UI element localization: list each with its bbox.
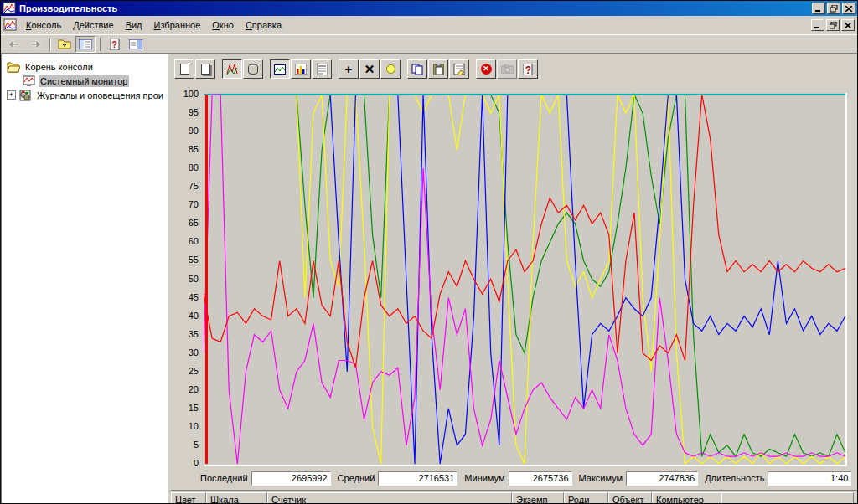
y-tick-label: 70: [173, 199, 199, 209]
graph-icon: [274, 64, 286, 75]
add-counter-button[interactable]: +: [339, 59, 359, 79]
y-tick-label: 50: [173, 274, 199, 284]
maximum-value: 2747836: [626, 471, 698, 486]
tree-item-logs-alerts[interactable]: + Журналы и оповещения прои: [2, 88, 168, 102]
tree-item-console-root[interactable]: Корень консоли: [2, 59, 168, 74]
view-current-activity-button[interactable]: [222, 59, 242, 79]
menu-console[interactable]: Консоль: [20, 18, 67, 33]
back-arrow-icon: [8, 40, 20, 49]
view-report-button[interactable]: [312, 59, 332, 79]
help-button[interactable]: ?: [518, 59, 538, 79]
clipboard-icon: [433, 64, 444, 75]
y-tick-label: 25: [173, 366, 199, 376]
maximum-label: Максимум: [579, 473, 623, 483]
clear-display-button[interactable]: [195, 59, 215, 79]
y-tick-label: 95: [173, 107, 199, 117]
y-tick-label: 60: [173, 236, 199, 246]
y-tick-label: 15: [173, 403, 199, 413]
y-tick-label: 45: [173, 292, 199, 302]
view-histogram-button[interactable]: [291, 59, 311, 79]
new-page-icon: [180, 64, 189, 75]
up-one-level-button[interactable]: [54, 36, 75, 53]
menu-view[interactable]: Вид: [120, 18, 148, 33]
svg-text:?: ?: [525, 64, 530, 75]
close-button[interactable]: [842, 3, 855, 14]
update-data-button[interactable]: [497, 59, 517, 79]
last-label: Последний: [200, 473, 248, 483]
child-close-button[interactable]: [841, 19, 855, 31]
title-bar[interactable]: Производительность: [1, 1, 857, 16]
show-action-pane-button[interactable]: [126, 36, 146, 53]
lightbulb-icon: [386, 64, 395, 74]
console-tree: Корень консоли Системный монитор + Журна…: [1, 54, 168, 504]
properties-icon: [453, 64, 465, 75]
main-area: Корень консоли Системный монитор + Журна…: [1, 54, 857, 504]
column-scale[interactable]: Шкала: [206, 492, 267, 504]
column-parent[interactable]: Роди: [564, 492, 608, 504]
column-counter[interactable]: Счетчик: [267, 492, 512, 504]
column-instance[interactable]: Экземп: [512, 492, 564, 504]
menu-help[interactable]: Справка: [240, 18, 287, 33]
console-window-icon[interactable]: [3, 18, 17, 32]
y-tick-label: 90: [173, 126, 199, 136]
minimize-button[interactable]: [812, 3, 825, 14]
restore-button[interactable]: [827, 3, 840, 14]
delete-counter-button[interactable]: ✕: [359, 59, 380, 79]
column-color[interactable]: Цвет: [171, 492, 206, 504]
show-console-tree-button[interactable]: [75, 36, 96, 53]
current-activity-icon: [226, 64, 239, 75]
expand-plus-icon[interactable]: +: [7, 90, 16, 100]
clear-page-icon: [201, 64, 210, 75]
tree-item-system-monitor[interactable]: Системный монитор: [2, 74, 168, 88]
properties-button[interactable]: [449, 59, 469, 79]
histogram-icon: [295, 64, 307, 75]
action-pane-icon: [129, 39, 142, 49]
line-chart: [204, 93, 845, 465]
sysmon-toolbar: + ✕ ✕ ?: [171, 54, 857, 85]
forward-arrow-icon: [29, 40, 41, 49]
freeze-icon: ✕: [481, 64, 492, 75]
camera-icon: [501, 64, 514, 74]
menu-favorites[interactable]: Избранное: [148, 18, 207, 33]
copy-properties-button[interactable]: [407, 59, 427, 79]
minimum-value: 2675736: [509, 471, 572, 486]
value-bar: Последний 2695992 Средний 2716531 Миниму…: [171, 468, 857, 488]
tree-item-label: Корень консоли: [23, 61, 95, 73]
y-tick-label: 55: [173, 255, 199, 265]
menu-action[interactable]: Действие: [67, 18, 119, 33]
y-tick-label: 100: [173, 89, 199, 99]
open-folder-icon: [7, 61, 20, 73]
y-tick-label: 20: [173, 384, 199, 394]
back-button[interactable]: [4, 36, 24, 53]
child-restore-button[interactable]: [826, 19, 840, 31]
y-tick-label: 30: [173, 347, 199, 357]
new-counter-set-button[interactable]: [174, 59, 194, 79]
column-computer[interactable]: Компьютер: [652, 492, 721, 504]
plus-icon: +: [345, 64, 353, 75]
view-graph-button[interactable]: [270, 59, 290, 79]
legend-header: Цвет Шкала Счетчик Экземп Роди Объект Ко…: [171, 492, 857, 504]
toolbar-separator: [49, 38, 51, 51]
y-tick-label: 10: [173, 421, 199, 431]
svg-text:?: ?: [111, 39, 117, 49]
highlight-button[interactable]: [380, 59, 401, 79]
child-minimize-button[interactable]: [811, 19, 824, 31]
plot-area: [204, 93, 847, 466]
system-monitor-icon: [22, 75, 35, 87]
y-tick-label: 5: [173, 440, 199, 450]
console-tree-icon: [79, 39, 92, 49]
paste-counter-list-button[interactable]: [428, 59, 448, 79]
window-title: Производительность: [19, 3, 812, 13]
tree-item-label: Журналы и оповещения прои: [35, 90, 165, 101]
app-icon: [3, 2, 16, 15]
view-log-data-button[interactable]: [243, 59, 263, 79]
help-topics-button[interactable]: ?: [105, 36, 125, 53]
column-object[interactable]: Объект: [608, 492, 652, 504]
y-tick-label: 65: [173, 218, 199, 228]
help-page-icon: ?: [110, 39, 121, 50]
forward-button[interactable]: [25, 36, 45, 53]
freeze-display-button[interactable]: ✕: [476, 59, 496, 79]
menu-window[interactable]: Окно: [206, 18, 240, 33]
average-value: 2716531: [378, 471, 457, 486]
toolbar-separator: [100, 38, 101, 51]
